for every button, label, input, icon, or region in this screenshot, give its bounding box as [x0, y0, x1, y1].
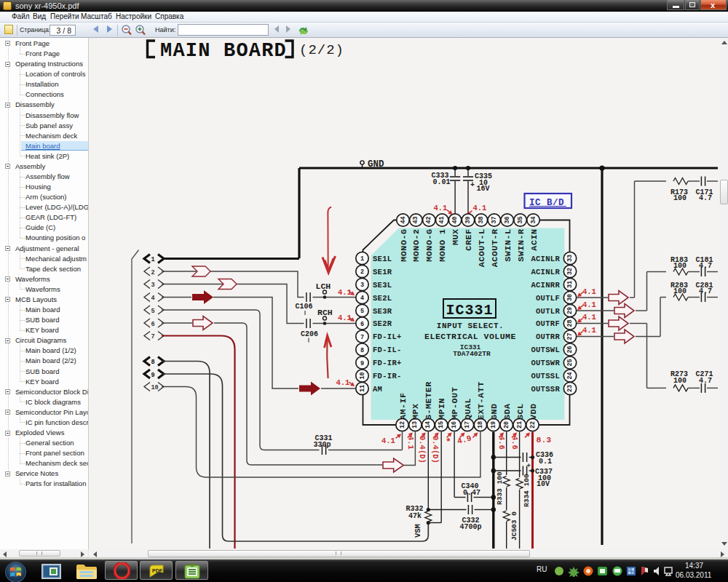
svg-text:EXT-ATT: EXT-ATT: [476, 381, 486, 420]
svg-text:C206: C206: [301, 330, 318, 338]
svg-text:41: 41: [438, 216, 446, 223]
svg-text:4.1: 4.1: [582, 313, 596, 322]
svg-text:OUTSSR: OUTSSR: [531, 385, 560, 394]
svg-text:4.1: 4.1: [381, 436, 395, 445]
svg-text:ACINLR: ACINLR: [531, 268, 560, 276]
svg-text:SDA: SDA: [502, 403, 513, 420]
svg-text:4.1: 4.1: [473, 204, 487, 212]
svg-text:33: 33: [566, 255, 574, 262]
svg-text:31: 31: [566, 281, 574, 288]
svg-text:16V: 16V: [477, 185, 490, 193]
svg-text:SE3L: SE3L: [373, 281, 392, 290]
svg-text:4.1: 4.1: [338, 288, 352, 297]
svg-text:8.3: 8.3: [537, 435, 552, 445]
svg-text:3: 3: [360, 282, 364, 289]
svg-text:ACOUT-R: ACOUT-R: [490, 228, 500, 267]
svg-text:VDD: VDD: [529, 403, 539, 420]
svg-text:QUAL: QUAL: [463, 398, 473, 420]
svg-text:40: 40: [451, 216, 459, 223]
svg-text:25: 25: [566, 359, 574, 366]
svg-text:IC331: IC331: [446, 302, 493, 319]
svg-text:MONO-2: MONO-2: [411, 229, 422, 262]
svg-text:MUX: MUX: [451, 228, 461, 245]
svg-text:15: 15: [438, 421, 445, 428]
svg-text:PDF: PDF: [152, 568, 163, 573]
svg-text:37: 37: [491, 216, 498, 223]
svg-text:28: 28: [566, 319, 574, 327]
svg-text:OUTRR: OUTRR: [536, 332, 560, 341]
svg-text:ACINLR: ACINLR: [531, 255, 560, 263]
svg-text:OUTSWL: OUTSWL: [531, 346, 560, 354]
svg-text:23: 23: [566, 385, 574, 392]
svg-text:1: 1: [151, 256, 155, 263]
svg-text:MPX: MPX: [411, 403, 421, 420]
svg-text:4.1: 4.1: [582, 300, 596, 309]
svg-text:12: 12: [399, 421, 406, 428]
svg-text:RCH: RCH: [317, 308, 333, 317]
svg-text:5: 5: [151, 308, 155, 315]
svg-text:4.1: 4.1: [406, 436, 415, 450]
svg-text:330p: 330p: [314, 441, 331, 449]
svg-text:32: 32: [566, 268, 574, 275]
svg-text:OUTRF: OUTRF: [536, 319, 560, 328]
svg-text:0.1: 0.1: [539, 458, 552, 466]
svg-text:+: +: [527, 463, 531, 470]
svg-text:ELECTRICAL VOLUME: ELECTRICAL VOLUME: [424, 332, 516, 341]
svg-text:*: *: [446, 436, 451, 447]
svg-text:42: 42: [425, 216, 432, 223]
svg-text:2: 2: [151, 269, 155, 276]
svg-text:21: 21: [516, 421, 523, 428]
svg-text:SWIN-R: SWIN-R: [516, 228, 526, 262]
svg-text:4.1: 4.1: [336, 378, 350, 387]
svg-text:43: 43: [412, 216, 419, 223]
svg-text:4.1: 4.1: [582, 326, 596, 335]
svg-text:OUTSSL: OUTSSL: [531, 372, 560, 380]
svg-text:5: 5: [360, 308, 364, 315]
svg-text:SE2R: SE2R: [373, 319, 392, 328]
svg-text:14: 14: [424, 421, 432, 428]
svg-text:6: 6: [151, 321, 155, 328]
svg-text:AM: AM: [373, 385, 382, 394]
svg-text:C106: C106: [296, 303, 313, 311]
svg-text:MONO 1: MONO 1: [438, 229, 448, 262]
svg-text:JC503 0: JC503 0: [510, 511, 518, 541]
svg-text:4.6: 4.6: [510, 436, 519, 450]
svg-text:4.6: 4.6: [497, 436, 506, 450]
svg-text:13: 13: [411, 421, 419, 428]
svg-text:29: 29: [566, 307, 574, 314]
svg-text:10V: 10V: [537, 480, 550, 488]
svg-text:SCL: SCL: [515, 403, 526, 420]
svg-text:(2/2): (2/2): [299, 42, 344, 58]
svg-text:OUTSWR: OUTSWR: [531, 359, 560, 367]
svg-text:10: 10: [151, 384, 159, 391]
svg-text:4700p: 4700p: [460, 523, 482, 531]
svg-text:SE1R: SE1R: [373, 268, 392, 276]
svg-text:27: 27: [566, 332, 574, 340]
svg-text:7: 7: [360, 334, 364, 341]
svg-text:GND: GND: [489, 403, 499, 420]
svg-text:34: 34: [530, 216, 537, 223]
svg-text:100: 100: [673, 377, 687, 385]
svg-text:AM-IF: AM-IF: [398, 392, 408, 420]
svg-text:TDA7402TR: TDA7402TR: [453, 350, 491, 358]
svg-text:30: 30: [566, 294, 574, 301]
svg-text:7: 7: [151, 333, 155, 340]
svg-text:CREF: CREF: [464, 229, 474, 251]
svg-text:100: 100: [673, 194, 687, 202]
svg-text:INPUT SELECT.: INPUT SELECT.: [437, 322, 504, 330]
svg-text:1: 1: [360, 255, 364, 263]
svg-text:20: 20: [503, 421, 510, 428]
svg-text:2: 2: [360, 268, 364, 276]
svg-text:4: 4: [360, 295, 364, 302]
svg-text:11: 11: [359, 385, 366, 392]
svg-text:10: 10: [359, 372, 366, 379]
svg-text:FD-IR+: FD-IR+: [373, 359, 402, 367]
svg-text:SE3R: SE3R: [373, 307, 392, 316]
svg-text:9: 9: [151, 372, 155, 379]
svg-text:ACINRR: ACINRR: [531, 281, 560, 290]
svg-text:MP-OUT: MP-OUT: [450, 387, 460, 420]
svg-text:R334 100: R334 100: [523, 474, 531, 507]
svg-text:4.9: 4.9: [456, 434, 472, 445]
svg-text:16: 16: [451, 421, 458, 428]
svg-text:FD-IR-: FD-IR-: [373, 372, 402, 380]
